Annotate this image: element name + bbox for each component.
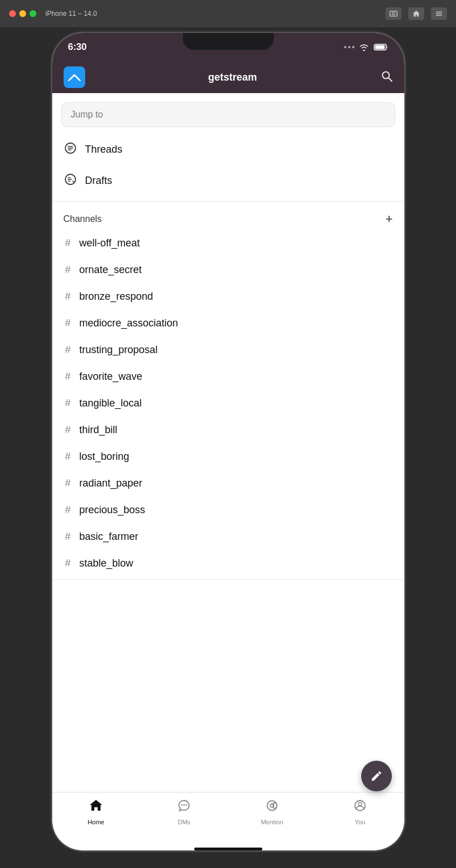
nav-list: Threads Drafts	[52, 134, 404, 199]
channel-name: well-off_meat	[80, 237, 140, 249]
channel-item[interactable]: # precious_boss	[52, 497, 404, 523]
channel-name: third_bill	[80, 424, 118, 436]
search-bar-container	[52, 93, 404, 134]
hash-icon: #	[64, 504, 73, 516]
channel-item[interactable]: # radiant_paper	[52, 470, 404, 497]
jump-to-input[interactable]	[61, 102, 395, 127]
title-bar: iPhone 11 – 14.0	[0, 0, 456, 27]
hash-icon: #	[64, 264, 73, 276]
channel-item[interactable]: # trusting_proposal	[52, 337, 404, 363]
battery-icon	[374, 43, 388, 51]
drafts-nav-item[interactable]: Drafts	[52, 165, 404, 196]
add-channel-button[interactable]: +	[386, 213, 393, 225]
app-header: getstream	[52, 61, 404, 93]
tab-home[interactable]: Home	[52, 798, 140, 825]
channel-item[interactable]: # bronze_respond	[52, 283, 404, 310]
channel-name: basic_farmer	[80, 531, 139, 543]
mention-tab-icon	[265, 798, 279, 816]
channel-item[interactable]: # third_bill	[52, 417, 404, 443]
channel-name: bronze_respond	[80, 291, 153, 303]
hash-icon: #	[64, 557, 73, 569]
title-bar-controls	[386, 7, 447, 20]
channel-item[interactable]: # ornate_secret	[52, 257, 404, 283]
you-tab-icon	[353, 798, 367, 816]
threads-label: Threads	[85, 144, 123, 156]
close-button[interactable]	[9, 10, 16, 17]
hash-icon: #	[64, 424, 73, 436]
search-button[interactable]	[380, 70, 393, 85]
svg-point-1	[392, 12, 395, 15]
status-time: 6:30	[68, 41, 87, 53]
channel-name: precious_boss	[80, 504, 145, 516]
desktop-chrome: iPhone 11 – 14.0 6:30	[0, 0, 456, 868]
hash-icon: #	[64, 317, 73, 329]
hash-icon: #	[64, 451, 73, 463]
tab-you[interactable]: You	[316, 798, 404, 825]
content-area: Threads Drafts	[52, 93, 404, 792]
phone-screen: 6:30	[52, 33, 404, 850]
wifi-icon	[359, 43, 369, 51]
phone-frame: 6:30	[52, 33, 404, 850]
hash-icon: #	[64, 371, 73, 383]
notch	[183, 33, 274, 50]
svg-point-13	[267, 801, 277, 811]
svg-point-12	[186, 804, 187, 806]
hash-icon: #	[64, 397, 73, 409]
home-tab-label: Home	[87, 819, 104, 825]
channel-item[interactable]: # mediocre_association	[52, 310, 404, 337]
compose-fab[interactable]	[361, 761, 392, 791]
app-title: getstream	[85, 72, 380, 83]
channels-title: Channels	[64, 214, 102, 224]
channel-list: # well-off_meat # ornate_secret # bronze…	[52, 230, 404, 577]
svg-rect-2	[436, 12, 442, 12]
signal-dots	[344, 46, 354, 48]
channel-name: ornate_secret	[80, 264, 142, 276]
threads-nav-item[interactable]: Threads	[52, 134, 404, 165]
controls-icon[interactable]	[431, 7, 447, 20]
tab-mention[interactable]: Mention	[228, 798, 316, 825]
minimize-button[interactable]	[19, 10, 26, 17]
channel-name: favorite_wave	[80, 371, 143, 383]
drafts-icon	[64, 173, 77, 188]
drafts-label: Drafts	[85, 175, 112, 187]
status-icons	[344, 43, 388, 51]
svg-rect-0	[390, 11, 397, 16]
channel-name: trusting_proposal	[80, 344, 158, 356]
svg-point-16	[358, 802, 362, 806]
traffic-lights	[9, 10, 36, 17]
svg-rect-3	[436, 14, 442, 14]
channel-item[interactable]: # basic_farmer	[52, 523, 404, 550]
dms-tab-label: DMs	[178, 819, 191, 825]
window-title: iPhone 11 – 14.0	[45, 10, 97, 18]
mention-tab-label: Mention	[261, 819, 283, 825]
channel-item[interactable]: # favorite_wave	[52, 363, 404, 390]
svg-point-10	[181, 804, 183, 806]
you-tab-label: You	[355, 819, 366, 825]
channel-name: tangible_local	[80, 397, 142, 409]
hash-icon: #	[64, 477, 73, 489]
home-icon[interactable]	[408, 7, 424, 20]
channels-header: Channels +	[52, 204, 404, 230]
channel-item[interactable]: # tangible_local	[52, 390, 404, 417]
tab-bar: Home DMs	[52, 792, 404, 843]
channel-item[interactable]: # well-off_meat	[52, 230, 404, 257]
divider	[52, 201, 404, 202]
bottom-divider	[52, 579, 404, 580]
channel-item[interactable]: # lost_boring	[52, 443, 404, 470]
hash-icon: #	[64, 344, 73, 356]
screenshot-icon[interactable]	[386, 7, 401, 20]
channel-name: lost_boring	[80, 451, 129, 463]
svg-rect-4	[436, 15, 442, 16]
svg-point-11	[183, 804, 185, 806]
svg-rect-6	[375, 45, 384, 49]
app-logo[interactable]	[64, 66, 85, 88]
dms-tab-icon	[177, 798, 191, 816]
channel-name: stable_blow	[80, 557, 133, 569]
fullscreen-button[interactable]	[30, 10, 36, 17]
channel-name: radiant_paper	[80, 477, 143, 489]
home-tab-icon	[89, 798, 103, 816]
hash-icon: #	[64, 291, 73, 303]
tab-dms[interactable]: DMs	[140, 798, 228, 825]
channel-item[interactable]: # stable_blow	[52, 550, 404, 577]
hash-icon: #	[64, 237, 73, 249]
